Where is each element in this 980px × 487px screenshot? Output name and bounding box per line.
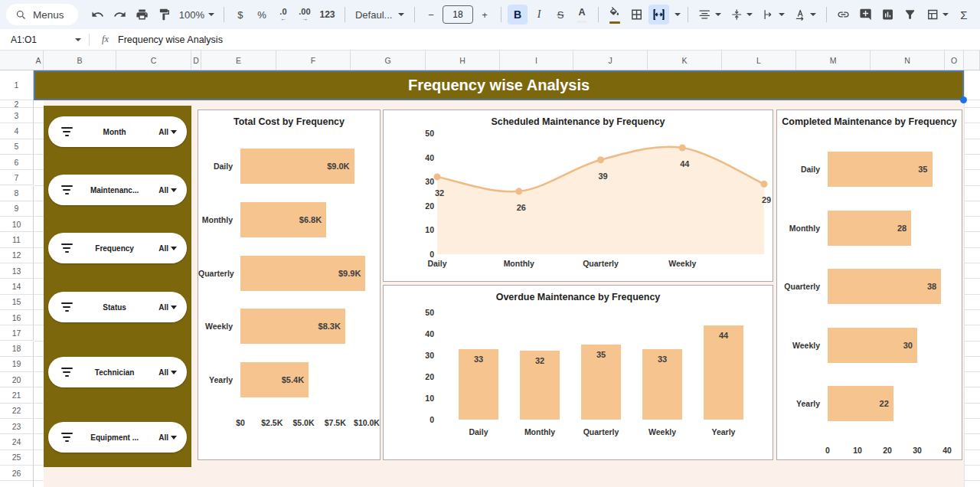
bold-button[interactable]: B	[508, 5, 528, 25]
selection-handle[interactable]	[960, 96, 967, 103]
row-header-17[interactable]: 17	[0, 325, 34, 341]
name-box[interactable]: A1:O1	[0, 34, 81, 45]
zoom-select[interactable]: 100%	[176, 5, 217, 25]
filter-status[interactable]: StatusAll	[48, 292, 187, 322]
merge-cells-dropdown[interactable]	[671, 5, 681, 25]
row-header-12[interactable]: 12	[0, 248, 34, 263]
format-currency-button[interactable]: $	[230, 5, 250, 25]
chart-completed-maintenance-by-frequency[interactable]: Daily35Monthly28Quarterly38Weekly30Yearl…	[776, 109, 962, 460]
redo-button[interactable]	[109, 5, 130, 25]
row-header-21[interactable]: 21	[0, 387, 34, 403]
print-button[interactable]	[132, 5, 152, 25]
column-header-B[interactable]: B	[44, 51, 116, 70]
strikethrough-button[interactable]: S	[550, 5, 570, 25]
row-header-20[interactable]: 20	[0, 372, 34, 387]
filter-technician[interactable]: TechnicianAll	[48, 357, 187, 387]
horizontal-align-button[interactable]	[694, 5, 724, 25]
column-header-J[interactable]: J	[573, 51, 648, 70]
borders-button[interactable]	[626, 5, 647, 25]
dashboard-title-bar[interactable]: Frequency wise Analysis	[34, 70, 964, 100]
column-header-A[interactable]: A	[34, 51, 44, 70]
row-header-23[interactable]: 23	[0, 419, 34, 434]
undo-button[interactable]	[87, 5, 108, 25]
text-rotation-button[interactable]	[790, 5, 820, 25]
decrease-decimal-button[interactable]: .0 ←	[273, 5, 293, 25]
category-label: Monthly	[504, 259, 534, 268]
font-family-select[interactable]: Defaul...	[351, 5, 408, 25]
column-header-K[interactable]: K	[648, 51, 722, 70]
row-header-19[interactable]: 19	[0, 357, 34, 372]
row-header-9[interactable]: 9	[0, 201, 34, 217]
row-header-6[interactable]: 6	[0, 155, 34, 170]
merge-cells-button[interactable]	[648, 5, 669, 25]
spreadsheet-grid[interactable]: Frequency wise Analysis MonthAllMaintena…	[0, 70, 980, 487]
row-header-4[interactable]: 4	[0, 123, 34, 139]
filter-value-dropdown[interactable]: All	[158, 128, 177, 136]
format-percent-button[interactable]: %	[252, 5, 272, 25]
column-header-I[interactable]: I	[500, 51, 573, 70]
column-header-D[interactable]: D	[191, 51, 201, 70]
row-header-2[interactable]: 2	[0, 100, 34, 108]
row-header-5[interactable]: 5	[0, 139, 34, 155]
text-wrap-button[interactable]	[758, 5, 788, 25]
filter-month[interactable]: MonthAll	[48, 116, 187, 147]
filter-equipment[interactable]: Equipment ...All	[48, 422, 187, 453]
fill-color-button[interactable]	[605, 5, 625, 25]
vertical-align-button[interactable]	[727, 5, 756, 25]
font-size-input[interactable]: 18	[443, 5, 473, 24]
number-format-button[interactable]: 123	[316, 5, 338, 25]
column-header-M[interactable]: M	[796, 51, 871, 70]
column-header-H[interactable]: H	[426, 51, 500, 70]
row-header-11[interactable]: 11	[0, 232, 34, 247]
filter-value-dropdown[interactable]: All	[158, 186, 177, 194]
text-color-button[interactable]: A	[572, 5, 592, 25]
filter-value-dropdown[interactable]: All	[158, 433, 177, 442]
row-header-24[interactable]: 24	[0, 434, 34, 449]
column-header-O[interactable]: O	[945, 51, 964, 70]
chart-scheduled-maintenance-by-frequency[interactable]: 01020304050DailyMonthlyQuarterlyWeekly32…	[383, 109, 773, 282]
filter-value-dropdown[interactable]: All	[158, 244, 177, 253]
increase-font-size-button[interactable]: +	[475, 5, 495, 25]
decrease-font-size-button[interactable]: −	[421, 5, 441, 25]
row-header-3[interactable]: 3	[0, 108, 34, 123]
insert-comment-button[interactable]	[855, 5, 876, 25]
create-filter-button[interactable]	[900, 5, 920, 25]
menus-search[interactable]: Menus	[6, 4, 78, 25]
insert-chart-button[interactable]	[877, 5, 898, 25]
column-header-C[interactable]: C	[116, 51, 191, 70]
insert-link-button[interactable]	[833, 5, 854, 25]
column-header-G[interactable]: G	[351, 51, 426, 70]
chart-overdue-maintenance-by-frequency[interactable]: 0102030405033Daily32Monthly35Quarterly33…	[383, 285, 773, 460]
row-header-13[interactable]: 13	[0, 263, 34, 279]
row-header-14[interactable]: 14	[0, 279, 34, 294]
row-header-15[interactable]: 15	[0, 295, 34, 310]
select-all-corner[interactable]	[0, 51, 34, 70]
column-header-N[interactable]: N	[871, 51, 945, 70]
row-header-26[interactable]: 26	[0, 466, 34, 481]
italic-button[interactable]: I	[529, 5, 549, 25]
chart-total-cost-by-frequency[interactable]: Daily$9.0KMonthly$6.8KQuarterly$9.9KWeek…	[198, 109, 381, 460]
functions-button[interactable]: Σ	[954, 5, 974, 25]
table-tools-button[interactable]	[923, 5, 952, 25]
row-header-7[interactable]: 7	[0, 170, 34, 185]
filter-maintenanc[interactable]: Maintenanc...All	[48, 175, 187, 205]
row-header-8[interactable]: 8	[0, 186, 34, 201]
filter-frequency[interactable]: FrequencyAll	[48, 233, 187, 263]
value-label: 30	[903, 341, 913, 350]
filter-value-dropdown[interactable]: All	[158, 303, 177, 312]
row-header-1[interactable]: 1	[0, 70, 34, 100]
column-header-F[interactable]: F	[276, 51, 351, 70]
row-header-16[interactable]: 16	[0, 310, 34, 325]
paint-format-button[interactable]	[154, 5, 175, 25]
column-header-L[interactable]: L	[722, 51, 796, 70]
row-header-10[interactable]: 10	[0, 217, 34, 232]
row-header-18[interactable]: 18	[0, 342, 34, 357]
column-header-E[interactable]: E	[201, 51, 276, 70]
column-header-partial[interactable]	[964, 51, 980, 70]
increase-decimal-button[interactable]: .00 →	[295, 5, 315, 25]
filter-value-dropdown[interactable]: All	[158, 368, 177, 377]
row-header-partial[interactable]	[0, 481, 34, 487]
row-header-22[interactable]: 22	[0, 404, 34, 419]
row-header-25[interactable]: 25	[0, 450, 34, 466]
formula-input[interactable]: Frequency wise Analysis	[118, 34, 223, 45]
